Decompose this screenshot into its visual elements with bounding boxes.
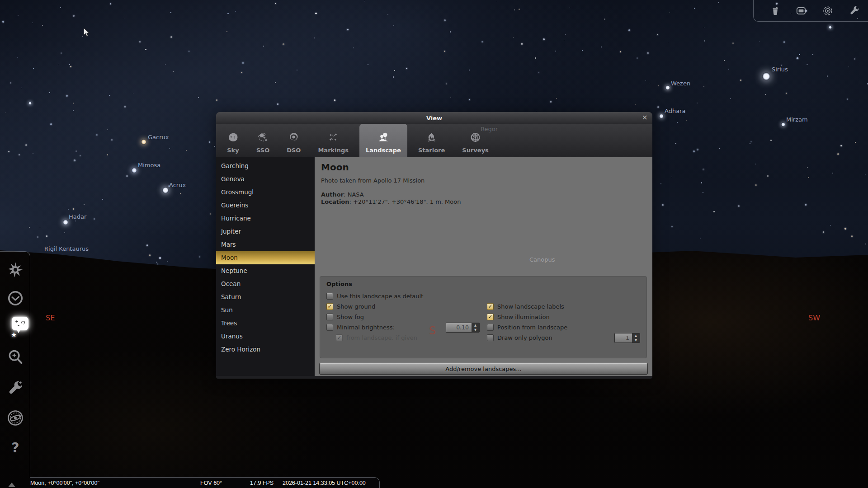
tab-surveys[interactable]: Surveys: [456, 124, 495, 157]
landscape-item-grossmugl[interactable]: Grossmugl: [216, 186, 315, 199]
view-window-bubble: [12, 317, 28, 330]
tab-landscape[interactable]: Landscape: [359, 124, 407, 157]
landscape-item-saturn[interactable]: Saturn: [216, 291, 315, 304]
landscape-item-ocean[interactable]: Ocean: [216, 277, 315, 291]
checkbox-label-show-ground[interactable]: Show ground: [337, 303, 375, 310]
landscape-item-zero-horizon[interactable]: Zero Horizon: [216, 343, 315, 356]
landscape-item-hurricane[interactable]: Hurricane: [216, 212, 315, 225]
datetime-window-icon[interactable]: [5, 288, 25, 308]
landscape-item-guereins[interactable]: Guereins: [216, 199, 315, 212]
landscape-list: GarchingGenevaGrossmuglGuereinsHurricane…: [216, 157, 315, 376]
landscape-item-mars[interactable]: Mars: [216, 238, 315, 251]
sky-icon: [227, 130, 239, 145]
checkbox-show-ground[interactable]: ✓: [326, 303, 333, 310]
bright-star: [781, 122, 785, 127]
landscape-description: Photo taken from Apollo 17 Mission: [321, 177, 646, 184]
bright-star: [829, 26, 832, 29]
checkbox-label-show-landscape-labels[interactable]: Show landscape labels: [497, 303, 564, 310]
checkbox-label-use-this-landscape-as-default[interactable]: Use this landscape as default: [337, 293, 423, 300]
trash-icon[interactable]: [768, 3, 783, 19]
checkbox-show-landscape-labels[interactable]: ✓: [487, 303, 494, 310]
options-groupbox: Options Use this landscape as default✓Sh…: [320, 276, 647, 358]
dialog-tabbar: SkySSODSOMarkingsLandscapeStarloreSurvey…: [216, 124, 652, 157]
dso-icon: [288, 130, 300, 145]
checkbox-label-show-illumination[interactable]: Show illumination: [497, 314, 550, 320]
tab-markings[interactable]: Markings: [311, 124, 355, 157]
astronomical-calculations-icon[interactable]: [5, 408, 25, 428]
landscape-item-trees[interactable]: Trees: [216, 317, 315, 330]
checkbox-show-illumination[interactable]: ✓: [487, 314, 494, 320]
tab-dso[interactable]: DSO: [280, 124, 307, 157]
star-label-sirius: Sirius: [772, 66, 788, 73]
toolbar-collapse-handle[interactable]: [8, 483, 15, 487]
close-icon[interactable]: ×: [642, 113, 648, 122]
spin-down-arrow[interactable]: ▼: [472, 328, 479, 332]
checkbox-label-minimal-brightness[interactable]: Minimal brightness:: [337, 324, 395, 331]
checkbox-label-from-landscape-if-given: from landscape, if given: [346, 334, 417, 341]
checkbox-label-draw-only-polygon[interactable]: Draw only polygon: [497, 334, 552, 341]
configuration-window-icon[interactable]: [5, 379, 25, 399]
spin-value[interactable]: 1: [615, 333, 632, 343]
screen-icon[interactable]: [793, 3, 809, 19]
checkbox-draw-only-polygon[interactable]: [487, 334, 494, 341]
add-remove-landscapes-button[interactable]: Add/remove landscapes...: [319, 363, 648, 375]
landscape-item-geneva[interactable]: Geneva: [216, 173, 315, 186]
landscape-item-garching[interactable]: Garching: [216, 160, 315, 173]
option-row-position-from-landscape: Position from landscape: [487, 322, 640, 333]
view-window-icon[interactable]: ★: [12, 317, 28, 330]
checkbox-label-position-from-landscape[interactable]: Position from landscape: [497, 324, 567, 331]
options-column-right: ✓Show landscape labels✓Show illumination…: [487, 291, 640, 343]
dialog-body: GarchingGenevaGrossmuglGuereinsHurricane…: [216, 157, 652, 376]
landscape-item-jupiter[interactable]: Jupiter: [216, 225, 315, 238]
spinbox-minimal-brightness[interactable]: 0.10▲▼: [446, 323, 480, 333]
starlore-icon: [425, 130, 438, 145]
bright-star: [28, 102, 32, 105]
landscape-icon: [377, 130, 390, 145]
datetime-indicator: 2026-01-21 14:33:05 UTC+00:00: [283, 480, 366, 486]
tab-sky[interactable]: Sky: [221, 124, 245, 157]
bright-star: [659, 114, 664, 118]
star-label-rigil-kentaurus: Rigil Kentaurus: [44, 245, 89, 252]
landscape-item-uranus[interactable]: Uranus: [216, 330, 315, 343]
target-icon[interactable]: [820, 3, 835, 19]
stellarium-screen: GacruxMimosaAcruxHadarRigil KentaurusSir…: [0, 0, 868, 488]
star-label-hadar: Hadar: [69, 213, 86, 220]
dialog-title: View: [426, 115, 442, 122]
landscape-description-area: Moon Photo taken from Apollo 17 Mission …: [315, 157, 652, 209]
tab-sso[interactable]: SSO: [250, 124, 276, 157]
surveys-icon: [469, 130, 481, 145]
landscape-item-neptune[interactable]: Neptune: [216, 264, 315, 277]
star-label-adhara: Adhara: [665, 108, 685, 114]
star-label-gacrux: Gacrux: [148, 134, 169, 141]
spin-up-arrow[interactable]: ▲: [472, 323, 479, 328]
option-row-minimal-brightness: Minimal brightness:0.10▲▼: [326, 322, 480, 333]
bright-star: [762, 72, 770, 80]
active-star-icon: ★: [11, 331, 17, 339]
checkbox-label-show-fog[interactable]: Show fog: [337, 314, 364, 320]
checkbox-minimal-brightness[interactable]: [326, 324, 333, 331]
spin-down-arrow[interactable]: ▼: [632, 338, 640, 343]
landscape-title: Moon: [321, 162, 646, 173]
search-window-icon[interactable]: [5, 347, 25, 367]
wrench-icon[interactable]: [847, 3, 862, 19]
dialog-titlebar[interactable]: View ×: [216, 112, 652, 124]
landscape-item-sun[interactable]: Sun: [216, 304, 315, 317]
option-row-show-fog: Show fog: [326, 312, 480, 322]
checkbox-show-fog[interactable]: [326, 314, 333, 320]
spinbox-draw-only-polygon[interactable]: 1▲▼: [614, 333, 640, 343]
bright-star: [162, 187, 169, 193]
landscape-item-moon[interactable]: Moon: [216, 251, 315, 264]
fps-indicator: 17.9 FPS: [250, 480, 274, 486]
spin-up-arrow[interactable]: ▲: [632, 333, 640, 338]
option-row-use-this-landscape-as-default: Use this landscape as default: [326, 291, 480, 301]
help-window-icon[interactable]: ?: [5, 437, 25, 457]
spin-value[interactable]: 0.10: [446, 323, 472, 332]
checkbox-use-this-landscape-as-default[interactable]: [326, 293, 333, 300]
checkbox-position-from-landscape[interactable]: [487, 324, 494, 331]
bright-star: [141, 139, 146, 145]
checkbox-from-landscape-if-given: ✓: [336, 334, 343, 341]
location-window-icon[interactable]: [5, 260, 25, 280]
tab-starlore[interactable]: Starlore: [412, 124, 451, 157]
option-row-from-landscape-if-given: ✓from landscape, if given: [326, 333, 480, 343]
option-row-draw-only-polygon: Draw only polygon1▲▼: [487, 333, 640, 343]
